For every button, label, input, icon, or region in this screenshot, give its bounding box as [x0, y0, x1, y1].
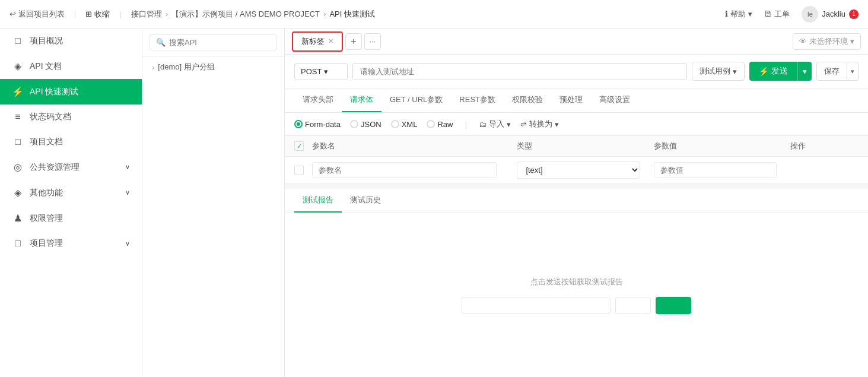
- tab-auth[interactable]: 权限校验: [504, 88, 551, 112]
- workspace: 新标签 ✕ + ··· 👁 未选择环境 ▾: [285, 28, 868, 377]
- test-case-label: 测试用例: [700, 66, 730, 77]
- bottom-actions: [462, 297, 691, 314]
- tab-advanced[interactable]: 高级设置: [591, 88, 638, 112]
- tab-get-params[interactable]: GET / URL参数: [381, 88, 451, 112]
- convert-chevron-icon: ▾: [555, 120, 559, 129]
- tab-label: 新标签: [301, 36, 325, 47]
- tab-close-icon[interactable]: ✕: [328, 37, 333, 45]
- sidebar-item-project-mgmt[interactable]: □ 项目管理 ∨: [0, 231, 142, 256]
- sidebar-item-status-doc[interactable]: ≡ 状态码文档: [0, 104, 142, 129]
- send-dropdown-icon: ▾: [803, 67, 807, 76]
- environment-selector[interactable]: 👁 未选择环境 ▾: [793, 33, 861, 50]
- sidebar-item-api-test[interactable]: ⚡ API 快速测试: [0, 79, 142, 104]
- separator: |: [465, 120, 466, 129]
- url-input[interactable]: [352, 63, 687, 80]
- send-button[interactable]: ⚡ 发送: [749, 62, 797, 81]
- import-button[interactable]: 🗂 导入 ▾: [479, 119, 511, 129]
- param-value-input[interactable]: [654, 162, 777, 178]
- sidebar-label-resources: 公共资源管理: [30, 162, 80, 173]
- method-value: POST: [301, 67, 322, 76]
- user-menu[interactable]: Ie Jackliu 1: [802, 6, 859, 23]
- breadcrumb-2[interactable]: 【演示】示例项目 / AMS DEMO PROJECT: [171, 9, 320, 20]
- json-label: JSON: [361, 120, 381, 129]
- add-icon: +: [351, 36, 356, 47]
- send-dropdown-button[interactable]: ▾: [797, 62, 812, 81]
- form-data-option[interactable]: Form-data: [294, 120, 341, 129]
- raw-option[interactable]: Raw: [427, 120, 453, 129]
- search-box[interactable]: 🔍: [150, 34, 277, 50]
- send-lightning-icon: ⚡: [759, 66, 769, 76]
- api-doc-icon: ◈: [12, 61, 24, 72]
- api-group-item[interactable]: › [demo] 用户分组: [142, 57, 284, 77]
- sidebar-item-overview[interactable]: □ 项目概况: [0, 28, 142, 53]
- permissions-icon: ♟: [12, 213, 24, 224]
- tab-rest-params[interactable]: REST参数: [451, 88, 504, 112]
- raw-radio[interactable]: [427, 120, 435, 128]
- bottom-input-2[interactable]: [615, 297, 651, 314]
- convert-icon: ⇌: [520, 120, 527, 129]
- back-button[interactable]: ↩ 返回项目列表: [9, 9, 65, 20]
- other-chevron-icon: ∨: [125, 189, 130, 197]
- empty-message: 点击发送按钮获取测试报告: [530, 277, 623, 287]
- search-input[interactable]: [169, 38, 271, 47]
- test-case-chevron-icon: ▾: [733, 67, 737, 76]
- add-tab-button[interactable]: +: [345, 33, 362, 50]
- sidebar-label-overview: 项目概况: [30, 36, 63, 46]
- xml-option[interactable]: XML: [391, 120, 418, 129]
- help-icon: ℹ: [725, 9, 728, 18]
- workorder-button[interactable]: 🖹 工单: [764, 9, 790, 20]
- convert-label: 转换为: [529, 119, 552, 129]
- avatar: Ie: [802, 6, 818, 23]
- api-list-panel: 🔍 › [demo] 用户分组: [142, 28, 285, 377]
- row-checkbox[interactable]: [294, 166, 304, 175]
- sidebar-item-permissions[interactable]: ♟ 权限管理: [0, 205, 142, 231]
- collapse-button[interactable]: ⊞ 收缩: [85, 9, 110, 20]
- raw-label: Raw: [437, 120, 453, 129]
- sidebar-label-status-doc: 状态码文档: [30, 112, 71, 122]
- method-selector[interactable]: POST ▾: [294, 63, 348, 80]
- json-option[interactable]: JSON: [350, 120, 381, 129]
- type-select[interactable]: [text]: [517, 161, 640, 179]
- save-button[interactable]: 保存: [816, 62, 847, 81]
- project-mgmt-chevron-icon: ∨: [125, 240, 130, 248]
- save-dropdown-button[interactable]: ▾: [847, 62, 859, 81]
- table-header: ✓ 参数名 类型 参数值: [285, 136, 868, 157]
- tab-request-body[interactable]: 请求体: [342, 88, 381, 112]
- form-data-label: Form-data: [305, 120, 341, 129]
- tab-test-report[interactable]: 测试报告: [294, 189, 342, 213]
- sidebar-label-permissions: 权限管理: [30, 213, 63, 224]
- sidebar-item-other[interactable]: ◈ 其他功能 ∨: [0, 180, 142, 205]
- sidebar-item-project-doc[interactable]: □ 项目文档: [0, 129, 142, 154]
- bottom-input-1[interactable]: [462, 297, 611, 314]
- request-config: POST ▾ 测试用例 ▾ ⚡ 发送 ▾: [285, 55, 868, 88]
- form-data-radio[interactable]: [294, 120, 303, 128]
- workorder-label: 工单: [774, 9, 790, 20]
- more-tabs-button[interactable]: ···: [364, 33, 381, 50]
- param-name-input[interactable]: [312, 162, 497, 178]
- test-case-button[interactable]: 测试用例 ▾: [692, 62, 745, 81]
- params-table: ✓ 参数名 类型 参数值: [285, 136, 868, 184]
- json-radio[interactable]: [350, 120, 358, 128]
- active-tab[interactable]: 新标签 ✕: [292, 31, 343, 52]
- tab-preprocess[interactable]: 预处理: [551, 88, 591, 112]
- breadcrumb-1[interactable]: 接口管理: [131, 9, 162, 20]
- help-button[interactable]: ℹ 帮助 ▾: [725, 9, 752, 20]
- tab-request-headers[interactable]: 请求头部: [294, 88, 342, 112]
- xml-label: XML: [402, 120, 418, 129]
- row-param-name: [312, 162, 517, 178]
- header-checkbox[interactable]: ✓: [294, 141, 304, 151]
- sidebar-item-resources[interactable]: ◎ 公共资源管理 ∨: [0, 154, 142, 180]
- group-chevron-icon: ›: [152, 63, 154, 72]
- send-label: 发送: [771, 66, 788, 77]
- sidebar-item-api-doc[interactable]: ◈ API 文档: [0, 53, 142, 79]
- xml-radio[interactable]: [391, 120, 399, 128]
- row-type: [text]: [517, 161, 653, 179]
- tab-test-history[interactable]: 测试历史: [342, 189, 389, 213]
- breadcrumb: 接口管理 › 【演示】示例项目 / AMS DEMO PROJECT › API…: [131, 9, 375, 20]
- table-row: [text]: [285, 157, 868, 184]
- content-area: 🔍 › [demo] 用户分组 新标签 ✕: [142, 28, 868, 377]
- convert-button[interactable]: ⇌ 转换为 ▾: [520, 119, 559, 129]
- bottom-action-button[interactable]: [656, 297, 691, 314]
- bottom-content: 点击发送按钮获取测试报告: [285, 213, 868, 377]
- api-test-icon: ⚡: [12, 86, 24, 97]
